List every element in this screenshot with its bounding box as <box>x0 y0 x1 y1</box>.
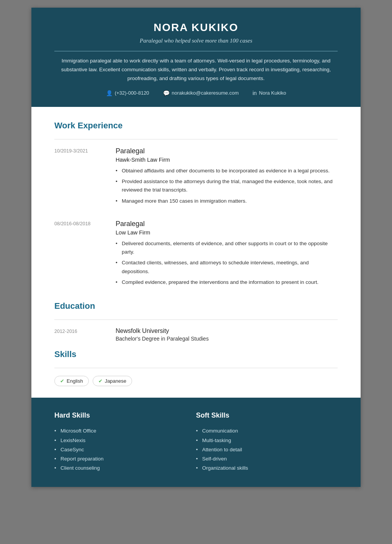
work-entry-1: 10/2019-3/2021 Paralegal Hawk-Smith Law … <box>54 147 338 208</box>
edu-school-1: Newsfolk University <box>116 328 338 334</box>
edu-content-1: Newsfolk University Bachelor's Degree in… <box>116 328 338 342</box>
work-experience-heading: Work Experience <box>54 121 338 131</box>
list-item: Multi-tasking <box>196 436 338 445</box>
work-date-2: 08/2016-08/2018 <box>54 220 116 289</box>
linkedin-name: Nora Kukiko <box>259 90 286 96</box>
list-item: Client counseling <box>54 464 196 473</box>
skill-tag-japanese[interactable]: ✔ Japanese <box>93 376 132 386</box>
phone-number: (+32)-000-8120 <box>115 90 149 96</box>
list-item: Communication <box>196 426 338 436</box>
list-item: Organizational skills <box>196 464 338 473</box>
resume-container: NORA KUKIKO Paralegal who helped solve m… <box>31 8 361 487</box>
work-date-1: 10/2019-3/2021 <box>54 147 116 208</box>
list-item: CaseSync <box>54 445 196 454</box>
skill-label-english: English <box>67 378 83 384</box>
email-icon: 💬 <box>163 90 170 96</box>
work-entry-2: 08/2016-08/2018 Paralegal Low Law Firm D… <box>54 220 338 289</box>
list-item: Contacted clients, witnesses, and attorn… <box>116 259 338 276</box>
skills-section: Skills ✔ English ✔ Japanese <box>54 349 338 386</box>
soft-skills-col: Soft Skills Communication Multi-tasking … <box>196 411 338 473</box>
candidate-summary: Immigration paralegal able to work direc… <box>54 57 338 83</box>
list-item: Obtained affidavits and other documents … <box>116 167 338 175</box>
list-item: Provided assistance to the attorneys dur… <box>116 177 338 195</box>
hard-skills-col: Hard Skills Microsoft Office LexisNexis … <box>54 411 196 473</box>
email-address: norakukiko@cakeresume.com <box>172 90 239 96</box>
work-content-1: Paralegal Hawk-Smith Law Firm Obtained a… <box>116 147 338 208</box>
email-contact: 💬 norakukiko@cakeresume.com <box>163 90 239 96</box>
edu-degree-1: Bachelor's Degree in Paralegal Studies <box>116 336 338 342</box>
work-company-2: Low Law Firm <box>116 229 338 236</box>
list-item: Compiled evidence, prepared the interven… <box>116 278 338 287</box>
list-item: Managed more than 150 cases in immigrati… <box>116 197 338 205</box>
edu-date-1: 2012-2016 <box>54 328 116 342</box>
hard-skills-heading: Hard Skills <box>54 411 196 419</box>
work-company-1: Hawk-Smith Law Firm <box>116 157 338 163</box>
soft-skills-heading: Soft Skills <box>196 411 338 419</box>
list-item: Microsoft Office <box>54 426 196 436</box>
hard-skills-list: Microsoft Office LexisNexis CaseSync Rep… <box>54 426 196 473</box>
linkedin-icon: in <box>253 90 257 96</box>
skills-heading: Skills <box>54 349 338 359</box>
edu-divider <box>54 320 338 320</box>
dark-section: Hard Skills Microsoft Office LexisNexis … <box>31 398 361 487</box>
skills-divider <box>54 368 338 368</box>
header-divider <box>54 51 338 51</box>
work-divider <box>54 139 338 139</box>
candidate-subtitle: Paralegal who helped solve more than 100… <box>54 38 338 44</box>
header-section: NORA KUKIKO Paralegal who helped solve m… <box>31 8 361 107</box>
check-icon-english: ✔ <box>60 378 64 384</box>
work-bullets-1: Obtained affidavits and other documents … <box>116 167 338 205</box>
skills-tags: ✔ English ✔ Japanese <box>54 376 338 386</box>
list-item: Report preparation <box>54 454 196 464</box>
white-section: Work Experience 10/2019-3/2021 Paralegal… <box>31 107 361 398</box>
work-content-2: Paralegal Low Law Firm Delivered documen… <box>116 220 338 289</box>
list-item: Attention to detail <box>196 445 338 454</box>
list-item: Self-driven <box>196 454 338 464</box>
edu-entry-1: 2012-2016 Newsfolk University Bachelor's… <box>54 328 338 342</box>
phone-icon: 👤 <box>106 90 113 96</box>
education-heading: Education <box>54 301 338 311</box>
work-bullets-2: Delivered documents, elements of evidenc… <box>116 239 338 287</box>
candidate-name: NORA KUKIKO <box>54 21 338 34</box>
contact-bar: 👤 (+32)-000-8120 💬 norakukiko@cakeresume… <box>54 90 338 96</box>
linkedin-contact: in Nora Kukiko <box>253 90 286 96</box>
work-title-2: Paralegal <box>116 220 338 228</box>
work-title-1: Paralegal <box>116 147 338 155</box>
skill-label-japanese: Japanese <box>105 378 126 384</box>
skill-tag-english[interactable]: ✔ English <box>54 376 89 386</box>
list-item: LexisNexis <box>54 436 196 445</box>
phone-contact: 👤 (+32)-000-8120 <box>106 90 149 96</box>
check-icon-japanese: ✔ <box>98 378 103 384</box>
list-item: Delivered documents, elements of evidenc… <box>116 239 338 257</box>
soft-skills-list: Communication Multi-tasking Attention to… <box>196 426 338 473</box>
